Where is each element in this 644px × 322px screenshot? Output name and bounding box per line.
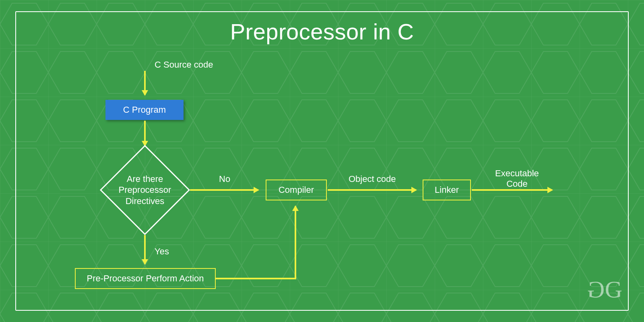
arrow-preprocessor-to-compiler-seg2 [295, 206, 296, 279]
arrow-decision-to-compiler [190, 189, 258, 191]
arrow-program-to-decision [144, 121, 146, 146]
node-label: Pre-Processor Perform Action [87, 273, 204, 284]
node-label: Compiler [279, 185, 314, 195]
node-compiler: Compiler [266, 180, 327, 200]
label-yes: Yes [155, 246, 169, 257]
label-no: No [219, 174, 230, 184]
logo-icon: GG [590, 276, 620, 303]
node-decision: Are there Preprocessor Directives [101, 146, 189, 234]
node-preprocessor-action: Pre-Processor Perform Action [75, 268, 216, 289]
label-executable: Executable Code [495, 168, 539, 190]
node-label: Linker [435, 185, 459, 195]
arrow-source-to-program [144, 71, 146, 95]
node-label: Are there Preprocessor Directives [101, 146, 189, 234]
node-linker: Linker [423, 180, 471, 200]
arrow-linker-to-executable [472, 189, 552, 191]
arrow-preprocessor-to-compiler-seg1 [216, 278, 295, 279]
arrow-compiler-to-linker [328, 189, 416, 191]
arrow-decision-to-preprocessor [144, 235, 146, 264]
node-label: C Program [123, 105, 166, 115]
node-c-program: C Program [105, 100, 184, 120]
label-source-code: C Source code [155, 60, 213, 70]
diagram-title: Preprocessor in C [0, 19, 644, 45]
label-object-code: Object code [349, 174, 396, 184]
